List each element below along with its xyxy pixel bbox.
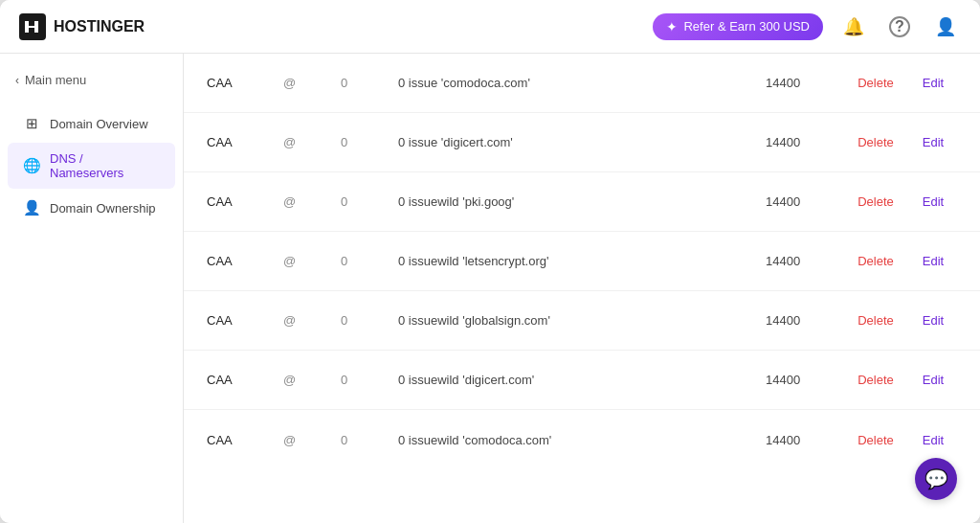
app-window: HOSTINGER ✦ Refer & Earn 300 USD 🔔 ? 👤 ‹… xyxy=(0,0,980,523)
record-name: @ xyxy=(283,194,341,209)
back-arrow-icon: ‹ xyxy=(15,74,19,87)
sidebar-item-domain-ownership[interactable]: 👤 Domain Ownership xyxy=(8,191,175,225)
record-ttl: 14400 xyxy=(766,313,842,328)
edit-record-button[interactable]: Edit xyxy=(909,313,957,328)
record-priority: 0 xyxy=(341,135,398,149)
record-name: @ xyxy=(283,313,341,328)
user-icon: 👤 xyxy=(935,16,956,37)
logo-icon xyxy=(19,13,46,40)
record-type: CAA xyxy=(207,254,283,268)
record-type: CAA xyxy=(207,194,283,209)
question-icon: ? xyxy=(889,16,910,37)
star-icon: ✦ xyxy=(666,19,678,34)
record-value: 0 issuewild 'digicert.com' xyxy=(398,373,766,387)
account-button[interactable]: 👤 xyxy=(930,11,961,42)
delete-record-button[interactable]: Delete xyxy=(842,433,909,447)
edit-record-button[interactable]: Edit xyxy=(909,433,957,447)
main-content: CAA @ 0 0 issue 'comodoca.com' 14400 Del… xyxy=(184,54,980,523)
delete-record-button[interactable]: Delete xyxy=(842,76,909,90)
record-priority: 0 xyxy=(341,194,398,209)
edit-record-button[interactable]: Edit xyxy=(909,254,957,268)
chat-button[interactable]: 💬 xyxy=(915,458,957,500)
record-name: @ xyxy=(283,433,341,447)
dns-records-table: CAA @ 0 0 issue 'comodoca.com' 14400 Del… xyxy=(184,54,980,469)
record-ttl: 14400 xyxy=(766,194,842,209)
delete-record-button[interactable]: Delete xyxy=(842,254,909,268)
grid-icon: ⊞ xyxy=(23,115,40,132)
sidebar-item-dns-nameservers[interactable]: 🌐 DNS / Nameservers xyxy=(8,143,175,189)
edit-record-button[interactable]: Edit xyxy=(909,76,957,90)
record-value: 0 issuewild 'comodoca.com' xyxy=(398,433,766,447)
record-priority: 0 xyxy=(341,76,398,90)
record-value: 0 issuewild 'pki.goog' xyxy=(398,194,766,209)
delete-record-button[interactable]: Delete xyxy=(842,135,909,149)
help-button[interactable]: ? xyxy=(884,11,915,42)
record-name: @ xyxy=(283,76,341,90)
table-row: CAA @ 0 0 issuewild 'digicert.com' 14400… xyxy=(184,351,980,410)
table-row: CAA @ 0 0 issue 'digicert.com' 14400 Del… xyxy=(184,113,980,172)
record-type: CAA xyxy=(207,76,283,90)
table-row: CAA @ 0 0 issuewild 'comodoca.com' 14400… xyxy=(184,410,980,469)
edit-record-button[interactable]: Edit xyxy=(909,135,957,149)
record-ttl: 14400 xyxy=(766,254,842,268)
record-type: CAA xyxy=(207,313,283,328)
table-row: CAA @ 0 0 issuewild 'pki.goog' 14400 Del… xyxy=(184,172,980,232)
record-name: @ xyxy=(283,373,341,387)
sidebar-item-label: Domain Overview xyxy=(50,117,148,131)
record-priority: 0 xyxy=(341,433,398,447)
header-actions: ✦ Refer & Earn 300 USD 🔔 ? 👤 xyxy=(653,11,961,42)
record-name: @ xyxy=(283,135,341,149)
record-ttl: 14400 xyxy=(766,433,842,447)
record-priority: 0 xyxy=(341,254,398,268)
notifications-button[interactable]: 🔔 xyxy=(838,11,869,42)
record-type: CAA xyxy=(207,135,283,149)
table-row: CAA @ 0 0 issue 'comodoca.com' 14400 Del… xyxy=(184,54,980,113)
record-value: 0 issuewild 'letsencrypt.org' xyxy=(398,254,766,268)
record-priority: 0 xyxy=(341,373,398,387)
table-row: CAA @ 0 0 issuewild 'globalsign.com' 144… xyxy=(184,291,980,351)
record-priority: 0 xyxy=(341,313,398,328)
back-menu-button[interactable]: ‹ Main menu xyxy=(0,65,183,95)
sidebar-item-label: DNS / Nameservers xyxy=(50,151,160,180)
delete-record-button[interactable]: Delete xyxy=(842,194,909,209)
sidebar-item-label: Domain Ownership xyxy=(50,201,156,216)
sidebar: ‹ Main menu ⊞ Domain Overview 🌐 DNS / Na… xyxy=(0,54,184,523)
person-icon: 👤 xyxy=(23,199,40,216)
edit-record-button[interactable]: Edit xyxy=(909,373,957,387)
globe-icon: 🌐 xyxy=(23,157,40,174)
record-ttl: 14400 xyxy=(766,135,842,149)
header: HOSTINGER ✦ Refer & Earn 300 USD 🔔 ? 👤 xyxy=(0,0,980,54)
body: ‹ Main menu ⊞ Domain Overview 🌐 DNS / Na… xyxy=(0,54,980,523)
record-type: CAA xyxy=(207,373,283,387)
record-ttl: 14400 xyxy=(766,76,842,90)
bell-icon: 🔔 xyxy=(843,16,864,37)
record-value: 0 issue 'comodoca.com' xyxy=(398,76,766,90)
logo: HOSTINGER xyxy=(19,13,145,40)
record-value: 0 issuewild 'globalsign.com' xyxy=(398,313,766,328)
record-ttl: 14400 xyxy=(766,373,842,387)
record-type: CAA xyxy=(207,433,283,447)
delete-record-button[interactable]: Delete xyxy=(842,373,909,387)
delete-record-button[interactable]: Delete xyxy=(842,313,909,328)
edit-record-button[interactable]: Edit xyxy=(909,194,957,209)
refer-earn-button[interactable]: ✦ Refer & Earn 300 USD xyxy=(653,13,823,40)
chat-icon: 💬 xyxy=(924,467,948,490)
back-menu-label: Main menu xyxy=(25,73,86,87)
logo-text: HOSTINGER xyxy=(54,18,145,35)
table-row: CAA @ 0 0 issuewild 'letsencrypt.org' 14… xyxy=(184,232,980,291)
record-value: 0 issue 'digicert.com' xyxy=(398,135,766,149)
sidebar-item-domain-overview[interactable]: ⊞ Domain Overview xyxy=(8,106,175,141)
record-name: @ xyxy=(283,254,341,268)
